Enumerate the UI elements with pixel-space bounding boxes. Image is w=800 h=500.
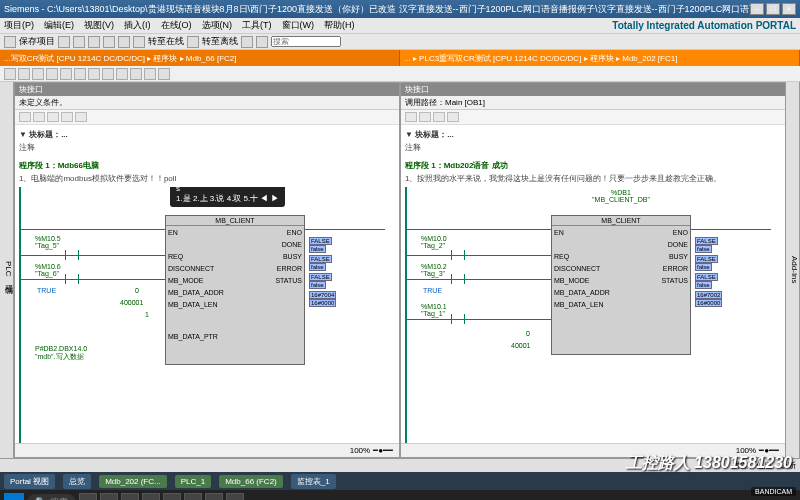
ptr-tag[interactable]: P#DB2.DBX14.0"mdb".写入数据 — [35, 345, 87, 362]
box-icon[interactable] — [61, 112, 73, 122]
tool-icon[interactable] — [46, 68, 58, 80]
go-offline-label[interactable]: 转至离线 — [202, 35, 238, 48]
branch-icon[interactable] — [47, 112, 59, 122]
side-tab-left[interactable]: PLC 编程 — [0, 82, 14, 458]
search-icon[interactable] — [256, 36, 268, 48]
portal-tab[interactable]: 监控表_1 — [291, 474, 336, 489]
copy-icon[interactable] — [73, 36, 85, 48]
contact-icon[interactable] — [405, 112, 417, 122]
side-tab-right[interactable]: Add-Ins — [786, 82, 800, 458]
fb-block[interactable]: MB_CLIENT ENENO DONE REQBUSY DISCONNECTE… — [551, 215, 691, 355]
search-input[interactable] — [271, 36, 341, 47]
compare-icon[interactable] — [75, 112, 87, 122]
no-contact[interactable] — [65, 274, 79, 284]
go-offline-icon[interactable] — [187, 36, 199, 48]
menu-tools[interactable]: 工具(T) — [242, 19, 272, 32]
taskbar-app[interactable] — [142, 493, 160, 500]
menu-help[interactable]: 帮助(H) — [324, 19, 355, 32]
taskbar-app[interactable] — [226, 493, 244, 500]
close-button[interactable]: × — [782, 3, 796, 15]
tool-icon[interactable] — [102, 68, 114, 80]
block-title[interactable]: ▼ 块标题：... — [19, 129, 395, 140]
breadcrumb-right[interactable]: ... ▸ PLC3重写双CR测试 [CPU 1214C DC/DC/DC] ▸… — [400, 50, 800, 66]
save-label[interactable]: 保存项目 — [19, 35, 55, 48]
no-contact[interactable] — [451, 250, 465, 260]
minimize-button[interactable]: – — [750, 3, 764, 15]
tool-icon[interactable] — [32, 68, 44, 80]
go-online-icon[interactable] — [133, 36, 145, 48]
tool-icon[interactable] — [18, 68, 30, 80]
save-icon[interactable] — [4, 36, 16, 48]
coil-icon[interactable] — [33, 112, 45, 122]
taskbar-app[interactable] — [163, 493, 181, 500]
portal-tab[interactable]: Mdb_66 (FC2) — [219, 475, 283, 488]
title-bar: Siemens - C:\Users\13801\Desktop\贵港现场语音模… — [0, 0, 800, 18]
tool-icon[interactable] — [158, 68, 170, 80]
ime-popup[interactable]: s 1.是 2.上 3.说 4.双 5.十 ◀ ▶ — [170, 187, 285, 207]
zoom-slider[interactable]: ━●━━ — [373, 446, 393, 455]
taskbar-app[interactable] — [121, 493, 139, 500]
tag[interactable]: %M10.2"Tag_3" — [421, 263, 447, 277]
window-title: Siemens - C:\Users\13801\Desktop\贵港现场语音模… — [4, 3, 750, 16]
recorder-badge: BANDICAM — [751, 487, 796, 496]
block-title[interactable]: ▼ 块标题：... — [405, 129, 781, 140]
breadcrumb-left[interactable]: ...写双CR测试 [CPU 1214C DC/DC/DC] ▸ 程序块 ▸ M… — [0, 50, 400, 66]
menu-project[interactable]: 项目(P) — [4, 19, 34, 32]
menu-edit[interactable]: 编辑(E) — [44, 19, 74, 32]
value: 400001 — [120, 299, 143, 306]
breadcrumb-bar: ...写双CR测试 [CPU 1214C DC/DC/DC] ▸ 程序块 ▸ M… — [0, 50, 800, 66]
tool-icon[interactable] — [74, 68, 86, 80]
menu-options[interactable]: 选项(N) — [202, 19, 233, 32]
start-button[interactable] — [4, 493, 24, 500]
undo-icon[interactable] — [103, 36, 115, 48]
taskbar-app[interactable] — [100, 493, 118, 500]
menu-window[interactable]: 窗口(W) — [282, 19, 315, 32]
go-online-label[interactable]: 转至在线 — [148, 35, 184, 48]
fb-block[interactable]: MB_CLIENT ENENO DONE REQBUSY DISCONNECTE… — [165, 215, 305, 365]
no-contact[interactable] — [65, 250, 79, 260]
tool-icon[interactable] — [4, 68, 16, 80]
menu-online[interactable]: 在线(O) — [161, 19, 192, 32]
taskbar-app[interactable] — [79, 493, 97, 500]
taskbar-app[interactable] — [184, 493, 202, 500]
tag[interactable]: %M10.1"Tag_1" — [421, 303, 447, 317]
ime-candidates[interactable]: 1.是 2.上 3.说 4.双 5.十 ◀ ▶ — [176, 193, 279, 204]
ladder-canvas-right[interactable]: %DB1"MB_CLIENT_DB" MB_CLIENT ENENO DONE … — [401, 187, 785, 443]
taskbar-app[interactable] — [205, 493, 223, 500]
box-icon[interactable] — [447, 112, 459, 122]
network-title[interactable]: 程序段 1：Mdb202语音 成功 — [405, 160, 781, 171]
cut-icon[interactable] — [58, 36, 70, 48]
tool-icon[interactable] — [116, 68, 128, 80]
zoom-value[interactable]: 100% — [350, 446, 370, 455]
menu-insert[interactable]: 插入(I) — [124, 19, 151, 32]
portal-view-button[interactable]: Portal 视图 — [4, 474, 55, 489]
tool-icon[interactable] — [130, 68, 142, 80]
portal-tab[interactable]: 总览 — [63, 474, 91, 489]
network-comment[interactable]: 1、电脑端的modbus模拟软件要选对！！poll — [19, 173, 395, 184]
tool-icon[interactable] — [60, 68, 72, 80]
value: 0 — [526, 330, 530, 337]
download-icon[interactable] — [241, 36, 253, 48]
maximize-button[interactable]: □ — [766, 3, 780, 15]
coil-icon[interactable] — [419, 112, 431, 122]
block-comment[interactable]: 注释 — [405, 142, 781, 153]
tool-icon[interactable] — [88, 68, 100, 80]
block-comment[interactable]: 注释 — [19, 142, 395, 153]
portal-tab[interactable]: Mdb_202 (FC... — [99, 475, 167, 488]
menu-view[interactable]: 视图(V) — [84, 19, 114, 32]
tag[interactable]: %M10.0"Tag_2" — [421, 235, 447, 249]
network-comment[interactable]: 1、按照我的水平来说，我觉得这块上是没有任何问题的！只要一步步来且趁教完全正确。 — [405, 173, 781, 184]
contact-icon[interactable] — [19, 112, 31, 122]
redo-icon[interactable] — [118, 36, 130, 48]
branch-icon[interactable] — [433, 112, 445, 122]
taskbar-search[interactable]: 🔍 搜索 — [27, 494, 76, 501]
tag[interactable]: %M10.5"Tag_5" — [35, 235, 61, 249]
no-contact[interactable] — [451, 314, 465, 324]
network-title[interactable]: 程序段 1：Mdb66电脑 — [19, 160, 395, 171]
no-contact[interactable] — [451, 274, 465, 284]
ladder-canvas-left[interactable]: %DB3"MB_CLIENT_DB_1" MB_CLIENT ENENO DON… — [15, 187, 399, 443]
tag[interactable]: %M10.6"Tag_6" — [35, 263, 61, 277]
portal-tab[interactable]: PLC_1 — [175, 475, 211, 488]
tool-icon[interactable] — [144, 68, 156, 80]
paste-icon[interactable] — [88, 36, 100, 48]
